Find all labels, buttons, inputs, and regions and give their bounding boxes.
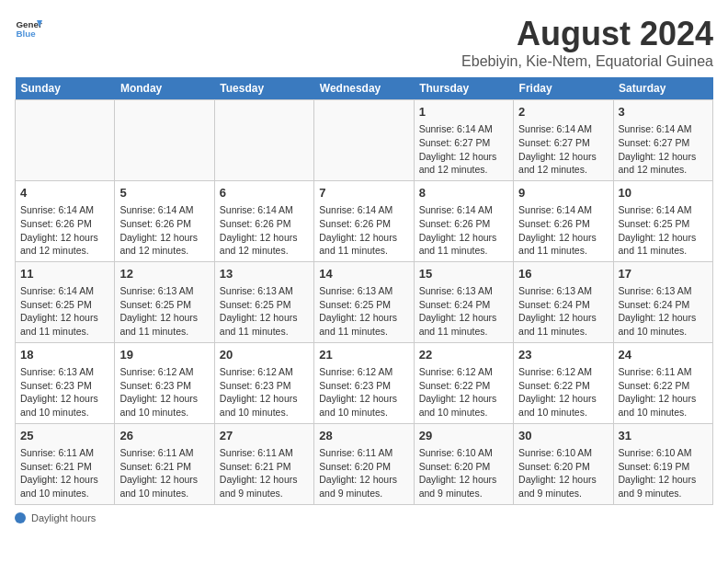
svg-text:Blue: Blue	[17, 29, 37, 39]
calendar-day-header: Tuesday	[214, 77, 313, 100]
page-header: General Blue August 2024 Ebebiyin, Kie-N…	[15, 15, 713, 70]
cell-content: Sunrise: 6:14 AMSunset: 6:25 PMDaylight:…	[20, 284, 109, 339]
day-number: 11	[20, 266, 109, 282]
cell-content: Sunrise: 6:13 AMSunset: 6:23 PMDaylight:…	[20, 365, 109, 419]
cell-content: Sunrise: 6:13 AMSunset: 6:24 PMDaylight:…	[518, 284, 608, 339]
calendar-cell: 26Sunrise: 6:11 AMSunset: 6:21 PMDayligh…	[115, 423, 214, 504]
calendar-cell: 21Sunrise: 6:12 AMSunset: 6:23 PMDayligh…	[314, 342, 414, 423]
calendar-cell	[314, 100, 414, 181]
logo: General Blue	[15, 15, 42, 42]
cell-content: Sunrise: 6:13 AMSunset: 6:25 PMDaylight:…	[119, 284, 209, 339]
calendar-day-header: Thursday	[414, 77, 513, 100]
calendar-cell: 30Sunrise: 6:10 AMSunset: 6:20 PMDayligh…	[514, 423, 613, 504]
calendar-cell	[115, 100, 214, 181]
calendar-day-header: Saturday	[613, 77, 712, 100]
cell-content: Sunrise: 6:11 AMSunset: 6:21 PMDaylight:…	[20, 446, 109, 500]
cell-content: Sunrise: 6:11 AMSunset: 6:22 PMDaylight:…	[619, 365, 708, 419]
cell-content: Sunrise: 6:12 AMSunset: 6:23 PMDaylight:…	[220, 365, 309, 419]
cell-content: Sunrise: 6:11 AMSunset: 6:20 PMDaylight:…	[319, 446, 408, 500]
day-number: 10	[619, 185, 708, 201]
calendar-cell: 18Sunrise: 6:13 AMSunset: 6:23 PMDayligh…	[16, 342, 115, 423]
cell-content: Sunrise: 6:14 AMSunset: 6:26 PMDaylight:…	[518, 203, 608, 258]
day-number: 23	[518, 347, 608, 363]
calendar-day-header: Friday	[514, 77, 613, 100]
calendar-cell: 9Sunrise: 6:14 AMSunset: 6:26 PMDaylight…	[514, 180, 613, 261]
day-number: 9	[518, 185, 608, 201]
calendar-cell: 2Sunrise: 6:14 AMSunset: 6:27 PMDaylight…	[514, 100, 613, 181]
cell-content: Sunrise: 6:14 AMSunset: 6:26 PMDaylight:…	[419, 203, 508, 258]
footer-dot-icon	[15, 512, 26, 523]
calendar-week-row: 11Sunrise: 6:14 AMSunset: 6:25 PMDayligh…	[16, 261, 713, 342]
calendar-day-header: Wednesday	[314, 77, 414, 100]
calendar-cell: 10Sunrise: 6:14 AMSunset: 6:25 PMDayligh…	[613, 180, 712, 261]
day-number: 27	[220, 428, 309, 444]
day-number: 21	[319, 347, 408, 363]
calendar-week-row: 18Sunrise: 6:13 AMSunset: 6:23 PMDayligh…	[16, 342, 713, 423]
calendar-week-row: 1Sunrise: 6:14 AMSunset: 6:27 PMDaylight…	[16, 100, 713, 181]
cell-content: Sunrise: 6:14 AMSunset: 6:26 PMDaylight:…	[119, 203, 209, 258]
day-number: 22	[419, 347, 508, 363]
calendar-cell: 7Sunrise: 6:14 AMSunset: 6:26 PMDaylight…	[314, 180, 414, 261]
calendar-cell: 16Sunrise: 6:13 AMSunset: 6:24 PMDayligh…	[514, 261, 613, 342]
day-number: 5	[119, 185, 209, 201]
day-number: 31	[619, 428, 708, 444]
cell-content: Sunrise: 6:10 AMSunset: 6:20 PMDaylight:…	[518, 446, 608, 500]
cell-content: Sunrise: 6:14 AMSunset: 6:26 PMDaylight:…	[319, 203, 408, 258]
calendar-cell: 15Sunrise: 6:13 AMSunset: 6:24 PMDayligh…	[414, 261, 513, 342]
cell-content: Sunrise: 6:13 AMSunset: 6:25 PMDaylight:…	[319, 284, 408, 339]
calendar-table: SundayMondayTuesdayWednesdayThursdayFrid…	[15, 77, 713, 505]
calendar-week-row: 4Sunrise: 6:14 AMSunset: 6:26 PMDaylight…	[16, 180, 713, 261]
calendar-cell: 12Sunrise: 6:13 AMSunset: 6:25 PMDayligh…	[115, 261, 214, 342]
calendar-week-row: 25Sunrise: 6:11 AMSunset: 6:21 PMDayligh…	[16, 423, 713, 504]
day-number: 14	[319, 266, 408, 282]
calendar-cell: 3Sunrise: 6:14 AMSunset: 6:27 PMDaylight…	[613, 100, 712, 181]
calendar-cell: 14Sunrise: 6:13 AMSunset: 6:25 PMDayligh…	[314, 261, 414, 342]
calendar-cell	[214, 100, 313, 181]
calendar-cell: 29Sunrise: 6:10 AMSunset: 6:20 PMDayligh…	[414, 423, 513, 504]
cell-content: Sunrise: 6:14 AMSunset: 6:26 PMDaylight:…	[220, 203, 309, 258]
day-number: 20	[220, 347, 309, 363]
day-number: 3	[619, 104, 708, 121]
day-number: 17	[619, 266, 708, 282]
calendar-cell: 20Sunrise: 6:12 AMSunset: 6:23 PMDayligh…	[214, 342, 313, 423]
cell-content: Sunrise: 6:14 AMSunset: 6:27 PMDaylight:…	[518, 122, 608, 177]
calendar-header-row: SundayMondayTuesdayWednesdayThursdayFrid…	[16, 77, 713, 100]
day-number: 1	[419, 104, 508, 121]
calendar-cell: 24Sunrise: 6:11 AMSunset: 6:22 PMDayligh…	[613, 342, 712, 423]
day-number: 12	[119, 266, 209, 282]
cell-content: Sunrise: 6:14 AMSunset: 6:25 PMDaylight:…	[619, 203, 708, 258]
calendar-cell: 28Sunrise: 6:11 AMSunset: 6:20 PMDayligh…	[314, 423, 414, 504]
day-number: 29	[419, 428, 508, 444]
footer-label: Daylight hours	[31, 512, 96, 523]
cell-content: Sunrise: 6:12 AMSunset: 6:22 PMDaylight:…	[518, 365, 608, 419]
cell-content: Sunrise: 6:13 AMSunset: 6:24 PMDaylight:…	[619, 284, 708, 339]
cell-content: Sunrise: 6:10 AMSunset: 6:20 PMDaylight:…	[419, 446, 508, 500]
day-number: 8	[419, 185, 508, 201]
cell-content: Sunrise: 6:12 AMSunset: 6:23 PMDaylight:…	[319, 365, 408, 419]
calendar-cell: 1Sunrise: 6:14 AMSunset: 6:27 PMDaylight…	[414, 100, 513, 181]
day-number: 7	[319, 185, 408, 201]
calendar-cell: 4Sunrise: 6:14 AMSunset: 6:26 PMDaylight…	[16, 180, 115, 261]
calendar-day-header: Monday	[115, 77, 214, 100]
day-number: 18	[20, 347, 109, 363]
day-number: 13	[220, 266, 309, 282]
day-number: 26	[119, 428, 209, 444]
day-number: 19	[119, 347, 209, 363]
day-number: 2	[518, 104, 608, 121]
calendar-footer: Daylight hours	[15, 512, 713, 523]
day-number: 15	[419, 266, 508, 282]
day-number: 28	[319, 428, 408, 444]
calendar-cell: 6Sunrise: 6:14 AMSunset: 6:26 PMDaylight…	[214, 180, 313, 261]
calendar-cell: 8Sunrise: 6:14 AMSunset: 6:26 PMDaylight…	[414, 180, 513, 261]
day-number: 25	[20, 428, 109, 444]
calendar-cell: 17Sunrise: 6:13 AMSunset: 6:24 PMDayligh…	[613, 261, 712, 342]
calendar-cell: 19Sunrise: 6:12 AMSunset: 6:23 PMDayligh…	[115, 342, 214, 423]
calendar-cell: 25Sunrise: 6:11 AMSunset: 6:21 PMDayligh…	[16, 423, 115, 504]
cell-content: Sunrise: 6:11 AMSunset: 6:21 PMDaylight:…	[119, 446, 209, 500]
calendar-day-header: Sunday	[16, 77, 115, 100]
calendar-cell: 22Sunrise: 6:12 AMSunset: 6:22 PMDayligh…	[414, 342, 513, 423]
calendar-cell: 23Sunrise: 6:12 AMSunset: 6:22 PMDayligh…	[514, 342, 613, 423]
logo-icon: General Blue	[15, 15, 42, 42]
cell-content: Sunrise: 6:14 AMSunset: 6:27 PMDaylight:…	[619, 122, 708, 177]
page-subtitle: Ebebiyin, Kie-Ntem, Equatorial Guinea	[461, 53, 713, 70]
